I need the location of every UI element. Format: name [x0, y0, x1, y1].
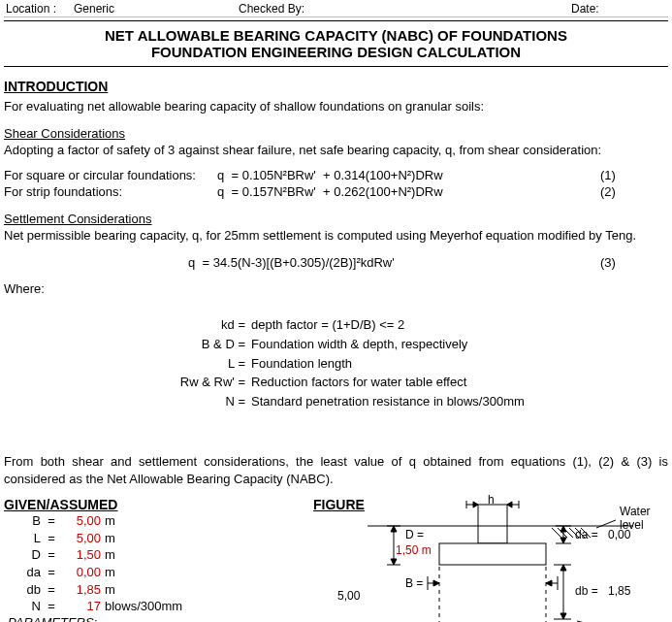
svg-rect-1: [439, 543, 546, 565]
given-da-val: 0,00: [60, 564, 105, 581]
hdr-location-label: Location :: [4, 2, 74, 16]
svg-line-3: [552, 528, 561, 538]
given-D-val: 1,50: [60, 546, 105, 564]
fig-h-label: h: [488, 493, 495, 507]
hdr-checked-label: Checked By:: [239, 2, 316, 16]
where-bd-l: B & D: [202, 337, 235, 351]
shear-paragraph: Adopting a factor of safety of 3 against…: [4, 142, 668, 159]
section-given-heading: GIVEN/ASSUMED: [4, 497, 309, 512]
given-da-unit: m: [105, 564, 211, 581]
eq2-label: For strip foundations:: [4, 183, 217, 201]
eq3-number: (3): [600, 254, 668, 272]
closing-paragraph: From both shear and settlement considera…: [4, 453, 668, 487]
doc-title: NET ALLOWABLE BEARING CAPACITY (NABC) OF…: [4, 27, 668, 44]
where-n-l: N: [225, 394, 234, 409]
svg-marker-36: [560, 565, 566, 571]
given-B-unit: m: [105, 512, 211, 530]
given-db-unit: m: [105, 581, 211, 599]
eq2-formula: q = 0.157N²BRw' + 0.262(100+N²)DRw: [217, 183, 600, 201]
svg-marker-31: [560, 526, 566, 532]
fig-db-value: 1,85: [608, 584, 630, 598]
hdr-date-label: Date:: [571, 2, 620, 16]
given-N-unit: blows/300mm: [105, 598, 211, 615]
svg-marker-32: [560, 538, 566, 543]
settlement-heading: Settlement Considerations: [4, 211, 668, 228]
eq3-spacer: [4, 254, 188, 272]
rule-top: [4, 20, 668, 21]
given-N-val: 17: [60, 598, 105, 615]
svg-marker-20: [391, 526, 397, 532]
fig-B-label: B =: [405, 576, 423, 590]
eq1-formula: q = 0.105N²BRw' + 0.314(100+N²)DRw: [217, 167, 600, 184]
fig-D-label: D =: [405, 528, 424, 541]
given-db-val: 1,85: [60, 581, 105, 599]
hdr-location-value: Generic: [74, 2, 180, 16]
given-L-sym: L: [4, 530, 43, 547]
svg-marker-16: [507, 502, 512, 507]
where-table: kd =depth factor = (1+D/B) <= 2 B & D =F…: [154, 314, 528, 411]
given-L-val: 5,00: [60, 530, 105, 547]
given-B-sym: B: [4, 512, 43, 530]
svg-marker-15: [473, 502, 478, 507]
doc-subtitle: FOUNDATION ENGINEERING DESIGN CALCULATIO…: [4, 44, 668, 60]
svg-marker-26: [433, 580, 439, 586]
given-da-sym: da: [4, 564, 43, 581]
eq2-number: (2): [600, 183, 668, 201]
given-D-unit: m: [105, 546, 211, 564]
shear-heading: Shear Considerations: [4, 125, 668, 143]
eq3-formula: q = 34.5(N-3)[(B+0.305)/(2B)]²kdRw': [188, 254, 600, 272]
fig-water-top: Water: [620, 505, 651, 518]
fig-D-value: 1,50 m: [396, 543, 432, 557]
where-n-r: Standard penetration resistance in blows…: [249, 393, 527, 410]
where-rw-l: Rw & Rw': [180, 375, 235, 389]
given-db-sym: db: [4, 581, 43, 599]
svg-line-38: [596, 520, 616, 528]
eq1-label: For square or circular foundations:: [4, 167, 217, 184]
section-intro-heading: INTRODUCTION: [4, 79, 668, 94]
svg-rect-0: [478, 505, 507, 543]
eq1-number: (1): [600, 167, 668, 184]
svg-marker-27: [546, 580, 552, 586]
where-kd-l: kd: [221, 317, 235, 332]
rule-mid: [4, 66, 668, 67]
fig-B-value: 5,00: [337, 589, 360, 603]
svg-marker-21: [391, 559, 397, 565]
where-bd-r: Foundation width & depth, respectively: [249, 336, 527, 353]
intro-paragraph: For evaluating net allowable bearing cap…: [4, 98, 668, 115]
given-D-sym: D: [4, 546, 43, 564]
settlement-paragraph: Net permissible bearing capacity, q, for…: [4, 227, 668, 245]
where-kd-r: depth factor = (1+D/B) <= 2: [249, 316, 527, 334]
where-label: Where:: [4, 280, 57, 445]
params-heading: PARAMETERS:: [4, 615, 309, 622]
foundation-figure: [313, 497, 672, 622]
fig-da-label: da =: [575, 528, 598, 541]
given-N-sym: N: [4, 598, 43, 615]
fig-db-label: db =: [575, 584, 598, 598]
where-l-r: Foundation length: [249, 355, 527, 373]
hdr-date-value: [620, 2, 668, 16]
hdr-checked-value: [316, 2, 571, 16]
fig-water-top2: level: [620, 518, 644, 532]
svg-marker-37: [560, 613, 566, 619]
where-l-l: L: [228, 356, 235, 371]
where-rw-r: Reduction factors for water table effect: [249, 374, 527, 391]
given-B-val: 5,00: [60, 512, 105, 530]
given-L-unit: m: [105, 530, 211, 547]
